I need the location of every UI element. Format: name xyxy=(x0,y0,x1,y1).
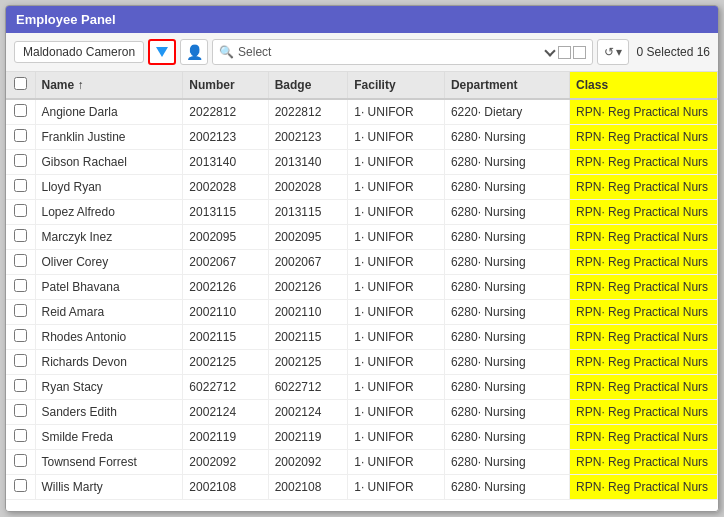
row-checkbox[interactable] xyxy=(6,250,35,275)
row-select-checkbox[interactable] xyxy=(14,429,27,442)
row-select-checkbox[interactable] xyxy=(14,104,27,117)
row-select-checkbox[interactable] xyxy=(14,329,27,342)
table-row: Rhodes Antonio 2002115 2002115 1· UNIFOR… xyxy=(6,325,718,350)
row-select-checkbox[interactable] xyxy=(14,454,27,467)
row-class: RPN· Reg Practical Nurs xyxy=(570,150,718,175)
row-number: 2002124 xyxy=(183,400,268,425)
row-class: RPN· Reg Practical Nurs xyxy=(570,400,718,425)
row-number: 2002115 xyxy=(183,325,268,350)
header-number[interactable]: Number xyxy=(183,72,268,99)
row-checkbox[interactable] xyxy=(6,475,35,500)
table-row: Sanders Edith 2002124 2002124 1· UNIFOR … xyxy=(6,400,718,425)
header-name[interactable]: Name ↑ xyxy=(35,72,183,99)
row-checkbox[interactable] xyxy=(6,300,35,325)
row-select-checkbox[interactable] xyxy=(14,204,27,217)
search-area: 🔍 Select xyxy=(212,39,593,65)
row-select-checkbox[interactable] xyxy=(14,179,27,192)
row-number: 2002028 xyxy=(183,175,268,200)
row-number: 2002092 xyxy=(183,450,268,475)
row-facility: 1· UNIFOR xyxy=(348,250,445,275)
row-badge: 2022812 xyxy=(268,99,348,125)
row-department: 6280· Nursing xyxy=(444,375,569,400)
row-class: RPN· Reg Practical Nurs xyxy=(570,99,718,125)
row-name: Sanders Edith xyxy=(35,400,183,425)
row-name: Angione Darla xyxy=(35,99,183,125)
row-number: 2002125 xyxy=(183,350,268,375)
row-class: RPN· Reg Practical Nurs xyxy=(570,300,718,325)
search-select[interactable]: Select xyxy=(238,45,542,59)
header-badge[interactable]: Badge xyxy=(268,72,348,99)
row-name: Lloyd Ryan xyxy=(35,175,183,200)
row-number: 2002108 xyxy=(183,475,268,500)
row-badge: 2002067 xyxy=(268,250,348,275)
row-checkbox[interactable] xyxy=(6,400,35,425)
people-button[interactable]: 👤 xyxy=(180,39,208,65)
row-name: Smilde Freda xyxy=(35,425,183,450)
row-name: Franklin Justine xyxy=(35,125,183,150)
row-badge: 2002125 xyxy=(268,350,348,375)
row-select-checkbox[interactable] xyxy=(14,304,27,317)
row-class: RPN· Reg Practical Nurs xyxy=(570,350,718,375)
row-department: 6280· Nursing xyxy=(444,300,569,325)
header-checkbox[interactable] xyxy=(6,72,35,99)
row-name: Marczyk Inez xyxy=(35,225,183,250)
employee-tag[interactable]: Maldonado Cameron xyxy=(14,41,144,63)
row-facility: 1· UNIFOR xyxy=(348,475,445,500)
row-select-checkbox[interactable] xyxy=(14,354,27,367)
reset-button[interactable]: ↺ ▾ xyxy=(597,39,629,65)
row-department: 6280· Nursing xyxy=(444,450,569,475)
header-class[interactable]: Class xyxy=(570,72,718,99)
checkbox-option-1[interactable] xyxy=(558,46,571,59)
row-department: 6280· Nursing xyxy=(444,475,569,500)
row-badge: 2002028 xyxy=(268,175,348,200)
row-number: 2002095 xyxy=(183,225,268,250)
table-row: Gibson Rachael 2013140 2013140 1· UNIFOR… xyxy=(6,150,718,175)
row-checkbox[interactable] xyxy=(6,125,35,150)
row-class: RPN· Reg Practical Nurs xyxy=(570,225,718,250)
table-row: Oliver Corey 2002067 2002067 1· UNIFOR 6… xyxy=(6,250,718,275)
row-checkbox[interactable] xyxy=(6,450,35,475)
row-class: RPN· Reg Practical Nurs xyxy=(570,275,718,300)
row-badge: 2002095 xyxy=(268,225,348,250)
row-class: RPN· Reg Practical Nurs xyxy=(570,450,718,475)
row-checkbox[interactable] xyxy=(6,150,35,175)
row-facility: 1· UNIFOR xyxy=(348,425,445,450)
row-select-checkbox[interactable] xyxy=(14,379,27,392)
row-select-checkbox[interactable] xyxy=(14,254,27,267)
row-number: 2022812 xyxy=(183,99,268,125)
row-department: 6280· Nursing xyxy=(444,150,569,175)
row-department: 6280· Nursing xyxy=(444,350,569,375)
row-name: Patel Bhavana xyxy=(35,275,183,300)
row-checkbox[interactable] xyxy=(6,200,35,225)
row-select-checkbox[interactable] xyxy=(14,154,27,167)
row-name: Townsend Forrest xyxy=(35,450,183,475)
row-select-checkbox[interactable] xyxy=(14,479,27,492)
row-badge: 2002092 xyxy=(268,450,348,475)
checkbox-option-2[interactable] xyxy=(573,46,586,59)
row-checkbox[interactable] xyxy=(6,99,35,125)
row-department: 6280· Nursing xyxy=(444,325,569,350)
row-checkbox[interactable] xyxy=(6,425,35,450)
filter-icon xyxy=(156,47,168,57)
selected-count: 0 Selected 16 xyxy=(637,45,710,59)
row-checkbox[interactable] xyxy=(6,350,35,375)
row-checkbox[interactable] xyxy=(6,275,35,300)
row-number: 2013115 xyxy=(183,200,268,225)
row-select-checkbox[interactable] xyxy=(14,129,27,142)
row-checkbox[interactable] xyxy=(6,225,35,250)
row-number: 6022712 xyxy=(183,375,268,400)
row-facility: 1· UNIFOR xyxy=(348,450,445,475)
select-all-checkbox[interactable] xyxy=(14,77,27,90)
row-checkbox[interactable] xyxy=(6,175,35,200)
header-facility[interactable]: Facility xyxy=(348,72,445,99)
row-checkbox[interactable] xyxy=(6,325,35,350)
row-select-checkbox[interactable] xyxy=(14,279,27,292)
row-select-checkbox[interactable] xyxy=(14,229,27,242)
row-select-checkbox[interactable] xyxy=(14,404,27,417)
row-checkbox[interactable] xyxy=(6,375,35,400)
header-department[interactable]: Department xyxy=(444,72,569,99)
reset-icon: ↺ xyxy=(604,45,614,59)
filter-button[interactable] xyxy=(148,39,176,65)
row-department: 6280· Nursing xyxy=(444,125,569,150)
row-facility: 1· UNIFOR xyxy=(348,400,445,425)
